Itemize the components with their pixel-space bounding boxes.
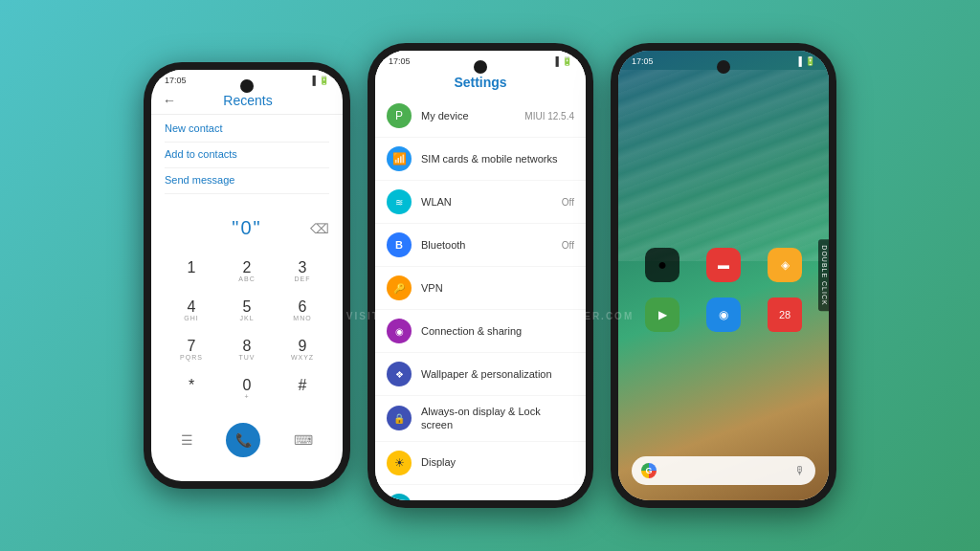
- home-icons-row-2: ▶ ◉ 28: [618, 290, 829, 340]
- sim-label: SIM cards & mobile networks: [421, 152, 574, 165]
- settings-item-my-device[interactable]: P My device MIUI 12.5.4: [375, 95, 586, 138]
- settings-item-wallpaper[interactable]: ❖ Wallpaper & personalization: [375, 353, 586, 396]
- dial-key-8[interactable]: 8TUV: [220, 331, 274, 368]
- settings-item-vpn[interactable]: 🔑 VPN: [375, 267, 586, 310]
- camera-punch-hole: [240, 79, 254, 93]
- dial-key-0[interactable]: 0+: [220, 370, 274, 408]
- mic-icon[interactable]: 🎙: [794, 464, 806, 477]
- dial-key-1[interactable]: 1: [165, 253, 218, 290]
- dialpad: 1 2ABC 3DEF 4GHI 5JKL 6MNO 7PQRS 8TUV 9W…: [151, 249, 343, 411]
- bluetooth-label: Bluetooth: [421, 238, 562, 252]
- dial-key-6[interactable]: 6MNO: [276, 292, 329, 329]
- recents-links: New contact Add to contacts Send message: [151, 115, 343, 208]
- add-to-contacts-link[interactable]: Add to contacts: [165, 148, 329, 160]
- home-app-5[interactable]: ◉: [706, 298, 741, 332]
- wallpaper-label: Wallpaper & personalization: [421, 367, 574, 381]
- settings-item-sound[interactable]: 🔊 Sound & vibration: [375, 485, 586, 500]
- vpn-label: VPN: [421, 281, 574, 295]
- new-contact-link[interactable]: New contact: [165, 122, 329, 134]
- sound-label: Sound & vibration: [421, 498, 574, 500]
- backspace-icon[interactable]: ⌫: [310, 221, 329, 236]
- wlan-icon: ≋: [387, 189, 412, 214]
- status-icons-3: ▐ 🔋: [796, 56, 815, 66]
- recents-title: Recents: [184, 93, 312, 108]
- time-1: 17:05: [165, 76, 187, 85]
- divider-3: [165, 193, 329, 194]
- my-device-label: My device: [421, 109, 524, 122]
- status-icons-1: ▐ 🔋: [310, 76, 329, 85]
- settings-item-sim[interactable]: 📶 SIM cards & mobile networks: [375, 138, 586, 181]
- settings-item-connection[interactable]: ◉ Connection & sharing: [375, 310, 586, 353]
- phone-1: 17:05 ▐ 🔋 ← Recents New contact Add to c…: [144, 62, 350, 489]
- bluetooth-value: Off: [562, 240, 574, 251]
- google-logo: G: [641, 463, 657, 478]
- home-app-3[interactable]: ◈: [768, 248, 802, 282]
- home-app-6[interactable]: 28: [768, 298, 802, 332]
- always-on-label: Always-on display & Lock screen: [421, 405, 574, 432]
- double-click-label: DOUBLE CLICK: [818, 239, 829, 311]
- settings-item-display[interactable]: ☀ Display: [375, 442, 586, 485]
- vpn-icon: 🔑: [387, 276, 412, 300]
- camera-punch-hole-2: [474, 60, 487, 74]
- sim-icon: 📶: [387, 146, 412, 171]
- send-message-link[interactable]: Send message: [165, 174, 329, 186]
- phone-3: 17:05 ▐ 🔋 ● ▬ ◈ ▶ ◉ 28 G 🎙: [611, 43, 836, 508]
- back-icon[interactable]: ←: [163, 93, 176, 108]
- settings-item-bluetooth[interactable]: B Bluetooth Off: [375, 224, 586, 267]
- home-app-4[interactable]: ▶: [645, 298, 679, 332]
- wlan-label: WLAN: [421, 195, 562, 209]
- menu-icon[interactable]: ☰: [181, 432, 193, 448]
- wallpaper-icon: ❖: [387, 362, 412, 386]
- home-app-1[interactable]: ●: [645, 248, 679, 282]
- status-icons-2: ▐ 🔋: [553, 56, 572, 66]
- display-label: Display: [421, 455, 574, 469]
- home-app-2[interactable]: ▬: [706, 248, 741, 282]
- wlan-value: Off: [562, 197, 574, 208]
- dial-display: "0" ⌫: [151, 208, 343, 249]
- call-button[interactable]: 📞: [226, 423, 260, 457]
- settings-list: P My device MIUI 12.5.4 📶 SIM cards & mo…: [375, 95, 586, 500]
- dial-bottom-bar: ☰ 📞 ⌨: [151, 415, 343, 465]
- connection-label: Connection & sharing: [421, 324, 574, 338]
- time-2: 17:05: [389, 56, 411, 66]
- always-on-icon: 🔒: [387, 406, 412, 430]
- settings-item-wlan[interactable]: ≋ WLAN Off: [375, 181, 586, 224]
- dial-key-star[interactable]: *: [165, 370, 218, 408]
- dial-key-hash[interactable]: #: [276, 370, 329, 408]
- home-icons-row-1: ● ▬ ◈: [618, 240, 829, 290]
- dial-key-4[interactable]: 4GHI: [165, 292, 218, 329]
- dial-key-9[interactable]: 9WXYZ: [276, 331, 329, 368]
- keyboard-icon[interactable]: ⌨: [294, 432, 313, 448]
- divider-1: [165, 142, 329, 143]
- bluetooth-icon: B: [387, 232, 412, 257]
- camera-punch-hole-3: [717, 60, 730, 74]
- my-device-icon: P: [387, 103, 412, 128]
- dial-key-7[interactable]: 7PQRS: [165, 331, 218, 368]
- settings-item-always-on[interactable]: 🔒 Always-on display & Lock screen: [375, 396, 586, 442]
- dial-key-2[interactable]: 2ABC: [220, 253, 274, 290]
- dial-key-5[interactable]: 5JKL: [220, 292, 274, 329]
- sound-icon: 🔊: [387, 494, 412, 500]
- time-3: 17:05: [632, 56, 654, 66]
- dial-number: "0": [232, 217, 261, 239]
- divider-2: [165, 167, 329, 168]
- my-device-value: MIUI 12.5.4: [524, 111, 574, 121]
- wave-overlay: [618, 70, 829, 261]
- phone-2: 17:05 ▐ 🔋 Settings P My device MIUI 12.5…: [368, 43, 593, 508]
- google-search-bar[interactable]: G 🎙: [632, 456, 815, 485]
- dial-key-3[interactable]: 3DEF: [276, 253, 329, 290]
- settings-title: Settings: [454, 75, 506, 90]
- connection-icon: ◉: [387, 319, 412, 343]
- display-icon: ☀: [387, 451, 412, 475]
